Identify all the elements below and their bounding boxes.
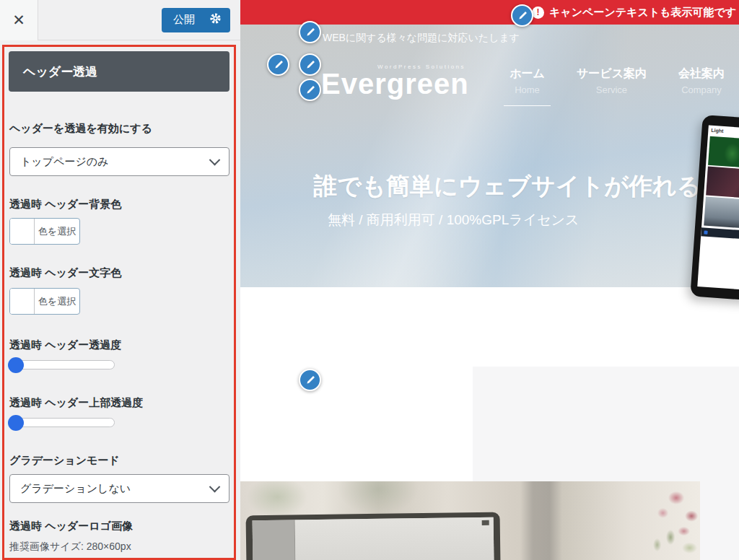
enable-transparency-select[interactable]: トップページのみ xyxy=(9,147,229,176)
customizer-topbar: ✕ 公開 xyxy=(0,0,240,40)
edit-pencil-icon-section[interactable] xyxy=(299,369,321,391)
text-color-picker-button[interactable]: 色を選択 xyxy=(9,288,80,315)
header-top-opacity-slider[interactable] xyxy=(9,415,115,431)
hero-subtitle: 無料 / 商用利用可 / 100%GPLライセンス xyxy=(328,211,580,229)
nav-sublabel: Company xyxy=(678,84,725,95)
publish-button[interactable]: 公開 xyxy=(162,8,206,32)
site-nav: ホーム Home サービス案内 Service 会社案内 Company xyxy=(504,66,730,106)
recommended-size-hint: 推奨画像サイズ: 280×60px xyxy=(9,541,131,554)
edit-pencil-icon-tagline[interactable] xyxy=(299,21,321,43)
phone-image-dark xyxy=(706,167,739,199)
phone-image-plant xyxy=(708,136,739,169)
publish-button-group: 公開 xyxy=(162,8,230,32)
nav-label: 会社案内 xyxy=(678,66,725,82)
campaign-bar: ! キャンペーンテキストも表示可能です xyxy=(240,0,739,25)
site-preview: ! キャンペーンテキストも表示可能です WEBに関する様々な問題に対応いたします… xyxy=(240,0,739,560)
nav-item-company[interactable]: 会社案内 Company xyxy=(673,66,730,106)
bg-color-label: 透過時 ヘッダー背景色 xyxy=(9,198,121,211)
close-customizer-button[interactable]: ✕ xyxy=(0,0,38,40)
nav-item-service[interactable]: サービス案内 Service xyxy=(571,66,652,106)
nav-item-home[interactable]: ホーム Home xyxy=(504,66,551,106)
gradient-mode-value: グラデーションしない xyxy=(20,482,131,496)
edit-pencil-icon-logo-left[interactable] xyxy=(267,53,289,76)
enable-transparency-value: トップページのみ xyxy=(20,155,108,169)
header-opacity-label: 透過時 ヘッダー透過度 xyxy=(9,338,121,352)
bg-color-picker-label: 色を選択 xyxy=(35,219,79,244)
photo-laptop xyxy=(246,512,501,560)
phone-screen: Light xyxy=(697,126,739,291)
content-photo xyxy=(240,481,700,560)
gradient-mode-select[interactable]: グラデーションしない xyxy=(9,474,229,503)
text-color-label: 透過時 ヘッダー文字色 xyxy=(9,266,121,280)
laptop-display xyxy=(253,517,494,560)
phone-mockup: Light xyxy=(690,115,739,301)
hero-title: 誰でも簡単にウェブサイトが作れる xyxy=(305,170,709,203)
phone-footer-dot xyxy=(704,230,707,234)
phone-image-office xyxy=(704,197,739,229)
edit-pencil-icon-logo-lower[interactable] xyxy=(299,79,321,101)
laptop-main xyxy=(295,517,494,560)
slider-track[interactable] xyxy=(9,418,115,427)
header-opacity-slider[interactable] xyxy=(9,357,115,373)
nav-label: サービス案内 xyxy=(577,66,647,82)
close-icon: ✕ xyxy=(12,12,25,29)
header-top-opacity-label: 透過時 ヘッダー上部透過度 xyxy=(9,396,143,410)
header-tagline: WEBに関する様々な問題に対応いたします xyxy=(323,32,520,45)
text-color-picker-label: 色を選択 xyxy=(35,289,79,314)
campaign-text: キャンペーンテキストも表示可能です xyxy=(549,6,736,19)
photo-pole xyxy=(520,481,562,560)
chevron-down-icon xyxy=(209,154,221,165)
gradient-mode-label: グラデーションモード xyxy=(9,454,120,468)
bg-color-picker-button[interactable]: 色を選択 xyxy=(9,218,80,245)
section-header[interactable]: ヘッダー透過 xyxy=(9,51,229,92)
edit-pencil-icon-campaign[interactable] xyxy=(511,4,533,27)
chevron-down-icon xyxy=(209,481,221,492)
phone-footer-bar xyxy=(701,227,739,240)
nav-label: ホーム xyxy=(510,66,545,82)
transparent-logo-label: 透過時 ヘッダーロゴ画像 xyxy=(9,520,133,533)
enable-transparency-label: ヘッダーを透過を有効にする xyxy=(9,122,152,136)
text-color-swatch xyxy=(10,289,35,314)
alert-icon: ! xyxy=(532,6,544,19)
site-logo[interactable]: Evergreen xyxy=(321,68,469,100)
nav-sublabel: Service xyxy=(577,84,647,95)
publish-settings-button[interactable] xyxy=(206,8,230,32)
slider-thumb[interactable] xyxy=(8,415,24,431)
edit-pencil-icon-logo[interactable] xyxy=(299,53,321,76)
slider-thumb[interactable] xyxy=(8,357,24,373)
section-title: ヘッダー透過 xyxy=(23,64,97,80)
customizer-sidebar: ✕ 公開 ヘッダー透過 ヘッダーを透過を有効にする トップページのみ 透過時 ヘ… xyxy=(0,0,240,560)
laptop-dot xyxy=(482,520,489,525)
laptop-sidebar xyxy=(253,520,296,560)
nav-sublabel: Home xyxy=(510,84,545,95)
slider-track[interactable] xyxy=(9,360,115,369)
bg-color-swatch xyxy=(10,219,35,244)
gear-icon xyxy=(209,12,222,27)
photo-flowers xyxy=(608,484,703,560)
